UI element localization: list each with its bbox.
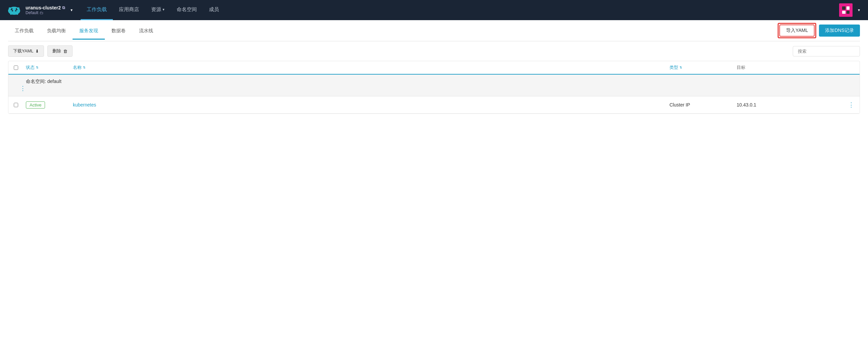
nav-items: 工作负载 应用商店 资源 ▾ 命名空间 成员 — [81, 0, 460, 20]
svg-rect-8 — [17, 12, 18, 15]
content-area: 工作负载 负载均衡 服务发现 数据卷 流水线 导入YAML 添加DNS记录 — [0, 20, 868, 114]
navbar-right: ▾ — [839, 3, 863, 17]
copy-icon: ⧉ — [62, 5, 65, 10]
th-status[interactable]: 状态 ⇅ — [26, 64, 73, 70]
trash-icon: 🗑 — [63, 49, 67, 54]
tab-service-discovery[interactable]: 服务发现 — [72, 22, 105, 40]
tab-actions: 导入YAML 添加DNS记录 — [778, 20, 860, 41]
user-avatar[interactable] — [839, 3, 852, 17]
row-type: Cluster IP — [670, 102, 737, 107]
row-name: kubernetes — [73, 102, 670, 107]
tab-pipeline[interactable]: 流水线 — [132, 22, 160, 40]
nav-item-workload[interactable]: 工作负载 — [81, 0, 113, 20]
row-name-link[interactable]: kubernetes — [73, 102, 96, 107]
brand-logo — [5, 3, 23, 17]
download-icon: ⬇ — [35, 49, 39, 54]
sort-arrows-type: ⇅ — [680, 66, 682, 69]
row-checkbox[interactable] — [14, 103, 18, 107]
search-input[interactable] — [793, 46, 860, 57]
row-menu-button[interactable]: ⋮ — [837, 101, 854, 108]
sort-arrows-name: ⇅ — [83, 66, 86, 69]
th-type[interactable]: 类型 ⇅ — [670, 64, 737, 70]
row-dots-icon: ⋮ — [848, 101, 854, 108]
row-checkbox-cell — [14, 103, 26, 107]
user-dropdown-button[interactable]: ▾ — [855, 6, 863, 14]
nav-item-namespace[interactable]: 命名空间 — [170, 0, 203, 20]
row-status: Active — [26, 101, 73, 108]
add-dns-button[interactable]: 添加DNS记录 — [819, 25, 860, 37]
table-container: 状态 ⇅ 名称 ⇅ 类型 ⇅ 目标 命名空间: default ⋮ — [8, 61, 860, 114]
row-target: 10.43.0.1 — [737, 102, 837, 107]
svg-point-10 — [15, 10, 17, 11]
svg-point-9 — [12, 10, 13, 11]
nav-item-appstore[interactable]: 应用商店 — [113, 0, 145, 20]
namespace-label: 命名空间: default — [26, 79, 854, 85]
svg-rect-5 — [9, 7, 11, 9]
folder-icon: 🗀 — [40, 11, 43, 15]
header-checkbox-cell — [14, 65, 26, 70]
namespace-menu-button[interactable]: ⋮ — [14, 85, 26, 92]
th-target: 目标 — [737, 64, 837, 70]
table-row: Active kubernetes Cluster IP 10.43.0.1 ⋮ — [8, 96, 860, 114]
tab-data-volume[interactable]: 数据卷 — [105, 22, 132, 40]
brand-info: uranus-cluster2 ⧉ Default 🗀 — [26, 5, 65, 15]
import-yaml-highlight: 导入YAML — [778, 23, 816, 38]
cluster-name-text: uranus-cluster2 — [26, 5, 61, 10]
select-all-checkbox[interactable] — [14, 65, 18, 70]
nav-item-members[interactable]: 成员 — [203, 0, 225, 20]
download-yaml-button[interactable]: 下载YAML ⬇ — [8, 45, 44, 57]
default-label: Default 🗀 — [26, 10, 65, 15]
cluster-dropdown-button[interactable]: ▾ — [68, 6, 75, 14]
nav-item-resources[interactable]: 资源 ▾ — [145, 0, 170, 20]
cluster-name: uranus-cluster2 ⧉ — [26, 5, 65, 10]
svg-rect-7 — [10, 12, 12, 15]
dots-icon: ⋮ — [20, 85, 26, 92]
th-name[interactable]: 名称 ⇅ — [73, 64, 670, 70]
tab-load-balance[interactable]: 负载均衡 — [40, 22, 72, 40]
resources-chevron-icon: ▾ — [163, 7, 164, 12]
delete-button[interactable]: 删除 🗑 — [48, 45, 72, 57]
toolbar: 下载YAML ⬇ 删除 🗑 — [8, 41, 860, 61]
table-header: 状态 ⇅ 名称 ⇅ 类型 ⇅ 目标 — [8, 61, 860, 74]
import-yaml-button[interactable]: 导入YAML — [779, 25, 814, 37]
brand: uranus-cluster2 ⧉ Default 🗀 ▾ — [5, 3, 75, 17]
navbar: uranus-cluster2 ⧉ Default 🗀 ▾ 工作负载 应用商店 … — [0, 0, 868, 20]
tab-workload[interactable]: 工作负载 — [8, 22, 40, 40]
svg-rect-6 — [17, 7, 20, 9]
sort-arrows-status: ⇅ — [36, 66, 39, 69]
sub-tabs: 工作负载 负载均衡 服务发现 数据卷 流水线 导入YAML 添加DNS记录 — [8, 20, 860, 41]
namespace-group-default: 命名空间: default ⋮ — [8, 74, 860, 96]
